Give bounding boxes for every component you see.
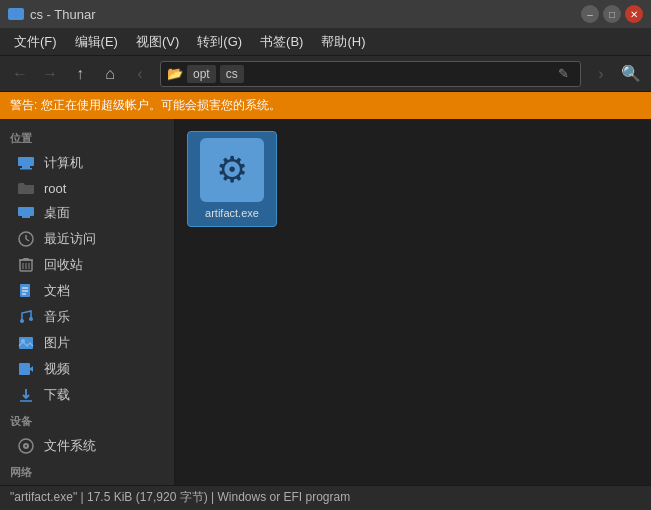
- address-edit-button[interactable]: ✎: [552, 63, 574, 85]
- titlebar-left: cs - Thunar: [8, 7, 96, 22]
- home-icon: ⌂: [105, 65, 115, 83]
- gear-icon: ⚙: [216, 149, 248, 191]
- sidebar-item-videos[interactable]: 视频: [0, 356, 174, 382]
- app-icon: [8, 8, 24, 20]
- sidebar-item-root-label: root: [44, 181, 66, 196]
- sidebar-item-filesystem-label: 文件系统: [44, 437, 96, 455]
- up-icon: ↑: [76, 65, 84, 83]
- menu-goto[interactable]: 转到(G): [189, 30, 250, 54]
- minimize-button[interactable]: –: [581, 5, 599, 23]
- chevron-right-icon: ›: [598, 65, 603, 83]
- toolbar: ← → ↑ ⌂ ‹ 📂 opt cs ✎ › 🔍: [0, 56, 651, 92]
- menubar: 文件(F) 编辑(E) 视图(V) 转到(G) 书签(B) 帮助(H): [0, 28, 651, 56]
- address-folder-icon: 📂: [167, 66, 183, 81]
- sidebar-item-music-label: 音乐: [44, 308, 70, 326]
- section-label-devices: 设备: [0, 408, 174, 433]
- address-bar[interactable]: 📂 opt cs ✎: [160, 61, 581, 87]
- svg-point-27: [25, 445, 27, 447]
- maximize-button[interactable]: □: [603, 5, 621, 23]
- back-button[interactable]: ←: [6, 60, 34, 88]
- file-area[interactable]: ⚙ artifact.exe: [175, 119, 651, 485]
- menu-edit[interactable]: 编辑(E): [67, 30, 126, 54]
- window-controls: – □ ✕: [581, 5, 643, 23]
- svg-point-19: [29, 317, 33, 321]
- trash-icon: [16, 257, 36, 273]
- svg-rect-2: [20, 168, 32, 170]
- menu-help[interactable]: 帮助(H): [313, 30, 373, 54]
- sidebar-item-videos-label: 视频: [44, 360, 70, 378]
- file-icon-wrapper: ⚙: [200, 138, 264, 202]
- chevron-left-icon: ‹: [137, 65, 142, 83]
- computer-icon: [16, 155, 36, 171]
- search-button[interactable]: 🔍: [617, 60, 645, 88]
- sidebar-item-trash-label: 回收站: [44, 256, 83, 274]
- home-button[interactable]: ⌂: [96, 60, 124, 88]
- window-title: cs - Thunar: [30, 7, 96, 22]
- file-name: artifact.exe: [205, 206, 259, 220]
- main-area: 位置 计算机 root 桌面 最近访问: [0, 119, 651, 485]
- svg-rect-0: [18, 157, 34, 166]
- pictures-icon: [16, 335, 36, 351]
- recent-icon: [16, 231, 36, 247]
- file-item-artifact[interactable]: ⚙ artifact.exe: [187, 131, 277, 227]
- sidebar-item-documents-label: 文档: [44, 282, 70, 300]
- menu-bookmarks[interactable]: 书签(B): [252, 30, 311, 54]
- sidebar-item-desktop[interactable]: 桌面: [0, 200, 174, 226]
- sidebar-item-filesystem[interactable]: 文件系统: [0, 433, 174, 459]
- status-text: "artifact.exe" | 17.5 KiB (17,920 字节) | …: [10, 489, 350, 506]
- warning-text: 警告: 您正在使用超级帐户。可能会损害您的系统。: [10, 98, 281, 112]
- filesystem-icon: [16, 438, 36, 454]
- sidebar-item-pictures[interactable]: 图片: [0, 330, 174, 356]
- desktop-icon: [16, 205, 36, 221]
- search-icon: 🔍: [621, 64, 641, 83]
- folder-icon: [16, 180, 36, 196]
- svg-rect-3: [18, 207, 34, 216]
- sidebar-item-browse-network[interactable]: 浏览网络: [0, 484, 174, 485]
- svg-rect-22: [19, 363, 30, 375]
- downloads-icon: [16, 387, 36, 403]
- titlebar: cs - Thunar – □ ✕: [0, 0, 651, 28]
- sidebar-item-downloads[interactable]: 下载: [0, 382, 174, 408]
- svg-rect-20: [19, 337, 33, 349]
- warning-bar: 警告: 您正在使用超级帐户。可能会损害您的系统。: [0, 92, 651, 119]
- close-button[interactable]: ✕: [625, 5, 643, 23]
- sidebar: 位置 计算机 root 桌面 最近访问: [0, 119, 175, 485]
- section-label-network: 网络: [0, 459, 174, 484]
- prev-button[interactable]: ‹: [126, 60, 154, 88]
- statusbar: "artifact.exe" | 17.5 KiB (17,920 字节) | …: [0, 485, 651, 509]
- documents-icon: [16, 283, 36, 299]
- sidebar-item-trash[interactable]: 回收站: [0, 252, 174, 278]
- svg-rect-4: [22, 216, 30, 218]
- menu-file[interactable]: 文件(F): [6, 30, 65, 54]
- sidebar-item-recent-label: 最近访问: [44, 230, 96, 248]
- music-icon: [16, 309, 36, 325]
- sidebar-item-computer[interactable]: 计算机: [0, 150, 174, 176]
- videos-icon: [16, 361, 36, 377]
- svg-line-7: [26, 239, 29, 241]
- svg-point-18: [20, 319, 24, 323]
- breadcrumb-cs[interactable]: cs: [220, 65, 244, 83]
- next-button[interactable]: ›: [587, 60, 615, 88]
- section-label-location: 位置: [0, 125, 174, 150]
- back-icon: ←: [12, 65, 28, 83]
- sidebar-item-root[interactable]: root: [0, 176, 174, 200]
- sidebar-item-pictures-label: 图片: [44, 334, 70, 352]
- sidebar-item-desktop-label: 桌面: [44, 204, 70, 222]
- sidebar-item-computer-label: 计算机: [44, 154, 83, 172]
- svg-rect-10: [23, 258, 29, 260]
- sidebar-item-music[interactable]: 音乐: [0, 304, 174, 330]
- sidebar-item-documents[interactable]: 文档: [0, 278, 174, 304]
- svg-rect-1: [22, 166, 30, 168]
- menu-view[interactable]: 视图(V): [128, 30, 187, 54]
- forward-button[interactable]: →: [36, 60, 64, 88]
- sidebar-item-recent[interactable]: 最近访问: [0, 226, 174, 252]
- forward-icon: →: [42, 65, 58, 83]
- sidebar-item-downloads-label: 下载: [44, 386, 70, 404]
- breadcrumb-opt[interactable]: opt: [187, 65, 216, 83]
- up-button[interactable]: ↑: [66, 60, 94, 88]
